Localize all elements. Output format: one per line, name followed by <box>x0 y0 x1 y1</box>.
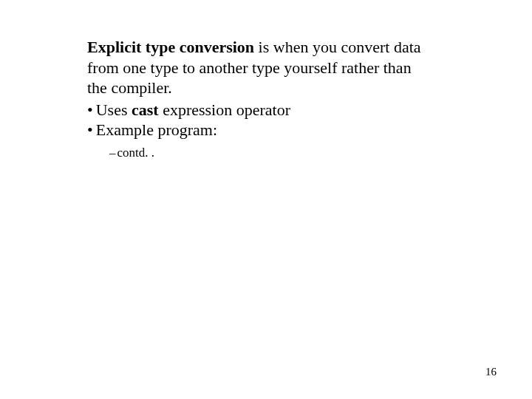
bullet-list: • Uses cast expression operator • Exampl… <box>87 100 473 140</box>
bullet-marker-icon: • <box>87 120 93 140</box>
bullet-1-prefix: Uses <box>96 100 132 119</box>
dash-icon: – <box>109 146 116 160</box>
sub-item-1: –contd. . <box>109 145 473 161</box>
term: Explicit type conversion <box>87 38 254 56</box>
sub-list: –contd. . <box>87 145 473 161</box>
bullet-marker-icon: • <box>87 100 93 120</box>
slide-body: Explicit type conversion is when you con… <box>0 0 532 161</box>
bullet-text-1: Uses cast expression operator <box>96 100 290 120</box>
bullet-item-2: • Example program: <box>87 120 473 140</box>
sub-text-1: contd. . <box>117 146 155 160</box>
bullet-1-strong: cast <box>132 100 159 119</box>
bullet-item-1: • Uses cast expression operator <box>87 100 473 120</box>
intro-paragraph: Explicit type conversion is when you con… <box>87 37 427 98</box>
page-number: 16 <box>485 366 497 378</box>
bullet-text-2: Example program: <box>96 120 217 140</box>
bullet-1-suffix: expression operator <box>159 100 290 119</box>
